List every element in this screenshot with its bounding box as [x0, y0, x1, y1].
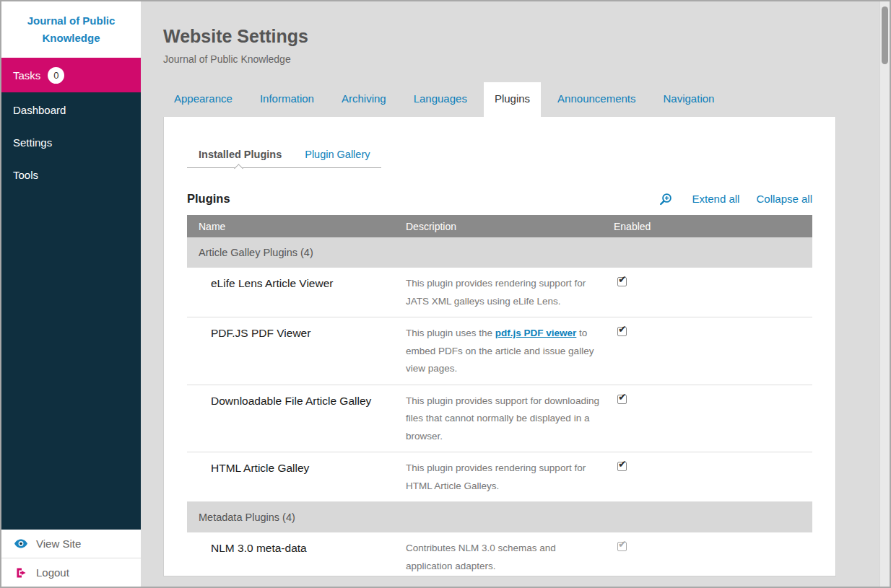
plugin-enabled-checkbox[interactable]: [617, 462, 627, 471]
plugin-name: eLife Lens Article Viewer: [187, 275, 406, 310]
plugin-description: This plugin uses the pdf.js PDF viewer t…: [406, 325, 609, 378]
app-window: Journal of Public Knowledge Tasks 0 Dash…: [0, 0, 891, 588]
extend-all-link[interactable]: Extend all: [692, 193, 740, 205]
plugins-subtab-bar: Installed PluginsPlugin Gallery: [187, 141, 381, 168]
plugin-enabled-checkbox[interactable]: [617, 395, 627, 404]
main-content: Website Settings Journal of Public Knowl…: [141, 1, 878, 587]
plugin-description: This plugin provides rendering support f…: [406, 460, 609, 495]
plugins-list-header: Plugins Extend all Collapse all: [187, 192, 812, 206]
tab-information[interactable]: Information: [249, 82, 325, 117]
logout-icon: [14, 568, 27, 578]
plugin-name: HTML Article Galley: [187, 460, 406, 495]
tasks-count-badge: 0: [48, 67, 64, 84]
sidebar-item-settings[interactable]: Settings: [1, 126, 141, 159]
tasks-label: Tasks: [13, 69, 40, 82]
plugin-description-link[interactable]: pdf.js PDF viewer: [495, 328, 577, 338]
column-header-enabled: Enabled: [614, 221, 812, 232]
sidebar-item-logout[interactable]: Logout: [1, 558, 141, 587]
tab-announcements[interactable]: Announcements: [547, 82, 646, 117]
collapse-all-link[interactable]: Collapse all: [756, 193, 812, 205]
plugin-enabled-cell: [614, 325, 812, 378]
logout-label: Logout: [36, 566, 69, 579]
subtab-installed-plugins[interactable]: Installed Plugins: [187, 141, 293, 167]
search-icon[interactable]: [659, 193, 672, 206]
plugin-name: PDF.JS PDF Viewer: [187, 325, 406, 378]
sidebar-item-dashboard[interactable]: Dashboard: [1, 94, 141, 126]
settings-tab-bar: AppearanceInformationArchivingLanguagesP…: [163, 82, 836, 117]
plugin-row[interactable]: NLM 3.0 meta-dataContributes NLM 3.0 sch…: [187, 532, 812, 576]
scrollbar-thumb[interactable]: [882, 6, 888, 64]
plugin-name: Downloadable File Article Galley: [187, 392, 406, 446]
plugins-panel: Installed PluginsPlugin Gallery Plugins …: [163, 117, 836, 576]
plugin-enabled-cell: [614, 275, 812, 310]
view-site-label: View Site: [36, 537, 81, 550]
page-subtitle: Journal of Public Knowledge: [163, 53, 836, 65]
tab-appearance[interactable]: Appearance: [163, 82, 243, 117]
plugin-description: This plugin provides support for downloa…: [406, 392, 609, 446]
table-header-row: NameDescriptionEnabled: [187, 215, 812, 237]
sidebar-item-tools[interactable]: Tools: [1, 159, 141, 191]
plugin-row[interactable]: HTML Article GalleyThis plugin provides …: [187, 452, 812, 502]
scrollbar-track[interactable]: [879, 1, 890, 587]
plugin-enabled-checkbox: [617, 542, 627, 551]
plugin-row[interactable]: PDF.JS PDF ViewerThis plugin uses the pd…: [187, 317, 812, 385]
plugin-enabled-cell: [614, 392, 812, 446]
plugin-enabled-checkbox[interactable]: [617, 277, 627, 286]
subtab-plugin-gallery[interactable]: Plugin Gallery: [293, 141, 381, 167]
sidebar-item-view-site[interactable]: View Site: [1, 530, 141, 558]
column-header-name: Name: [187, 221, 406, 232]
plugin-description: This plugin provides rendering support f…: [406, 275, 609, 310]
plugin-enabled-checkbox[interactable]: [617, 327, 627, 336]
tab-plugins[interactable]: Plugins: [484, 82, 541, 117]
plugins-list-actions: Extend all Collapse all: [659, 193, 812, 206]
sidebar-item-tasks[interactable]: Tasks 0: [1, 58, 141, 92]
sidebar-nav: DashboardSettingsTools: [1, 92, 141, 530]
plugin-name: NLM 3.0 meta-data: [187, 540, 406, 575]
tab-archiving[interactable]: Archiving: [331, 82, 397, 117]
tab-languages[interactable]: Languages: [403, 82, 478, 117]
plugin-enabled-cell: [614, 460, 812, 495]
journal-title-link[interactable]: Journal of Public Knowledge: [1, 1, 141, 58]
plugins-table: NameDescriptionEnabledArticle Galley Plu…: [187, 215, 812, 576]
plugin-category-row[interactable]: Metadata Plugins (4): [187, 502, 812, 532]
sidebar-footer: View SiteLogout: [1, 530, 141, 587]
tab-navigation[interactable]: Navigation: [653, 82, 726, 117]
sidebar: Journal of Public Knowledge Tasks 0 Dash…: [1, 1, 141, 587]
plugin-category-row[interactable]: Article Galley Plugins (4): [187, 237, 812, 268]
plugin-enabled-cell: [614, 540, 812, 575]
plugin-description: Contributes NLM 3.0 schemas and applicat…: [406, 540, 609, 575]
column-header-description: Description: [406, 221, 614, 232]
eye-icon: [14, 539, 27, 548]
page-title: Website Settings: [163, 26, 836, 47]
plugin-row[interactable]: eLife Lens Article ViewerThis plugin pro…: [187, 268, 812, 317]
plugins-list-title: Plugins: [187, 192, 230, 206]
plugin-row[interactable]: Downloadable File Article GalleyThis plu…: [187, 385, 812, 453]
